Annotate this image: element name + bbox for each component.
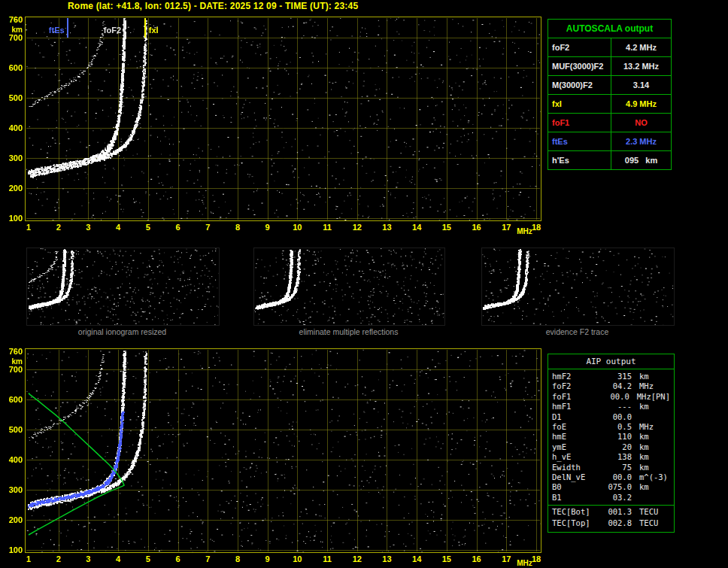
aip-param-unit: MHz	[637, 392, 651, 402]
aip-param-value: 138	[599, 452, 632, 462]
aip-param-value: 04.2	[599, 381, 632, 391]
aip-param-unit: km	[639, 482, 649, 492]
autoscala-row-MUF(3000)F2: MUF(3000)F213.2 MHz	[548, 56, 671, 75]
autoscala-param-label: ftEs	[548, 132, 611, 150]
autoscala-param-label: M(3000)F2	[548, 76, 611, 94]
fof2-marker-label: foF2	[104, 26, 121, 35]
bottom-plot-xtick-15: 15	[438, 554, 456, 563]
top-plot-xtick-2: 2	[50, 223, 68, 232]
bottom-plot-ytick-760: 760	[2, 347, 23, 356]
autoscala-param-label: fxI	[548, 95, 611, 113]
top-plot-xtick-1: 1	[20, 223, 38, 232]
autoscala-param-label: foF2	[548, 38, 611, 56]
top-plot-yaxis-unit-label: km	[2, 26, 23, 35]
aip-param-value: 00.0	[597, 392, 629, 402]
bottom-plot-xtick-10: 10	[288, 554, 306, 563]
aip-param-value: ---	[599, 402, 632, 412]
bottom-plot-xtick-17: 17	[497, 554, 515, 563]
thumbnail-evidence-f2-trace	[481, 248, 675, 326]
bottom-plot-xtick-11: 11	[318, 554, 336, 563]
aip-row-foE: foE0.5MHz	[548, 422, 674, 432]
aip-row-B0: B0075.0km	[548, 482, 674, 492]
autoscala-row-foF1: foF1NO	[548, 113, 671, 132]
fof2-marker-line	[123, 18, 125, 38]
top-plot-xtick-5: 5	[139, 223, 157, 232]
bottom-plot-ytick-500: 500	[2, 425, 23, 434]
aip-param-value: 110	[599, 432, 632, 442]
aip-row-TEC[Top]: TEC[Top]002.8TECU	[548, 518, 674, 528]
autoscala-param-label: MUF(3000)F2	[548, 57, 611, 75]
aip-param-value: 075.0	[599, 482, 632, 492]
ftes-marker-label: ftEs	[49, 26, 65, 35]
aip-param-value: 20	[599, 442, 632, 452]
aip-row-foF1: foF100.0MHz[PN]	[548, 392, 674, 402]
autoscala-param-value: 095 km	[611, 151, 671, 169]
aip-param-unit: km	[639, 372, 649, 381]
station-header: Rome (lat: +41.8, lon: 012.5) - DATE: 20…	[68, 1, 358, 11]
autoscala-row-h'Es: h'Es095 km	[548, 150, 671, 169]
fxi-marker-label: fxI	[149, 26, 159, 35]
top-plot-xtick-12: 12	[348, 223, 366, 232]
aip-row-hmE: hmE110km	[548, 432, 674, 442]
aip-param-label: B0	[552, 482, 599, 492]
top-plot-xtick-16: 16	[468, 223, 486, 232]
top-plot-xtick-10: 10	[288, 223, 306, 232]
aip-param-label: hmF1	[552, 402, 599, 412]
aip-row-B1: B103.2	[548, 493, 674, 503]
aip-param-label: hmE	[552, 432, 599, 442]
bottom-plot-xaxis-unit-label: MHz	[517, 559, 532, 568]
bottom-plot-xtick-13: 13	[378, 554, 396, 563]
autoscala-table-rows: foF24.2 MHzMUF(3000)F213.2 MHzM(3000)F23…	[548, 38, 671, 169]
aip-row-D1: D100.0	[548, 412, 674, 422]
aip-param-label: D1	[552, 412, 599, 422]
aip-param-label: foF2	[552, 381, 599, 391]
top-plot-xtick-9: 9	[259, 223, 277, 232]
aip-param-value: 03.2	[599, 493, 632, 503]
autoscala-param-label: foF1	[548, 114, 611, 132]
aip-param-unit: TECU	[639, 507, 658, 518]
autoscala-window: Rome (lat: +41.8, lon: 012.5) - DATE: 20…	[0, 0, 728, 568]
aip-row-foF2: foF204.2MHz	[548, 381, 674, 391]
aip-param-value: 0.5	[599, 422, 632, 432]
autoscala-table-title: AUTOSCALA output	[548, 20, 671, 38]
aip-row-h_vE: h_vE138km	[548, 452, 674, 462]
autoscala-row-M(3000)F2: M(3000)F23.14	[548, 75, 671, 94]
aip-param-label: h_vE	[552, 452, 599, 462]
top-plot-xtick-15: 15	[438, 223, 456, 232]
bottom-plot-xtick-4: 4	[109, 554, 127, 563]
autoscala-param-value: 2.3 MHz	[611, 132, 671, 150]
aip-param-unit: km	[639, 452, 649, 462]
bottom-plot-ytick-300: 300	[2, 485, 23, 494]
aip-param-unit: MHz	[639, 422, 654, 432]
top-plot-ytick-100: 100	[2, 214, 23, 223]
top-plot-ytick-600: 600	[2, 63, 23, 72]
thumbnail-caption-eliminate: eliminate multiple reflections	[253, 327, 444, 336]
aip-row-hmF2: hmF2315km	[548, 372, 674, 381]
autoscala-row-foF2: foF24.2 MHz	[548, 38, 671, 56]
bottom-plot-ytick-400: 400	[2, 455, 23, 464]
aip-param-unit: km	[639, 442, 649, 452]
autoscala-param-value: 13.2 MHz	[611, 57, 671, 75]
aip-row-Ewidth: Ewidth75km	[548, 463, 674, 472]
top-plot-xtick-7: 7	[199, 223, 217, 232]
aip-param-label: TEC[Bot]	[552, 507, 599, 518]
bottom-plot-xtick-1: 1	[20, 554, 38, 563]
bottom-plot-ytick-200: 200	[2, 515, 23, 524]
top-plot-xtick-8: 8	[229, 223, 247, 232]
thumbnail-original-ionogram	[26, 248, 220, 326]
bottom-ionogram-canvas	[25, 348, 541, 553]
aip-param-label: foE	[552, 422, 599, 432]
aip-param-unit: m^(-3)	[639, 472, 668, 482]
autoscala-param-value: NO	[611, 114, 671, 132]
aip-param-value: 002.8	[599, 518, 632, 528]
bottom-plot-xtick-3: 3	[79, 554, 97, 563]
aip-param-unit: km	[639, 432, 649, 442]
bottom-plot-xtick-5: 5	[139, 554, 157, 563]
bottom-plot-ytick-600: 600	[2, 395, 23, 404]
aip-param-value: 00.0	[599, 412, 632, 422]
top-plot-xtick-6: 6	[169, 223, 187, 232]
bottom-plot-xtick-9: 9	[259, 554, 277, 563]
bottom-plot-xtick-12: 12	[348, 554, 366, 563]
fxi-marker-line	[144, 18, 146, 38]
thumbnail-eliminate-multiples	[253, 248, 445, 326]
